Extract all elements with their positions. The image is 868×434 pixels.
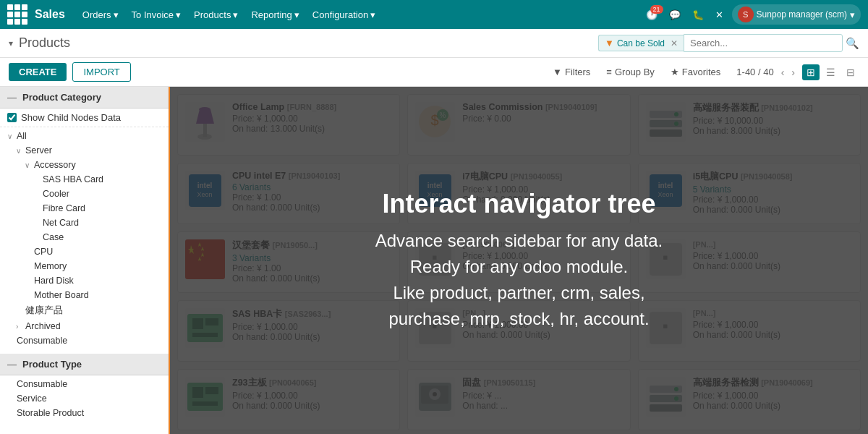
star-icon: ★	[671, 67, 679, 77]
list-view-btn[interactable]: ☰	[822, 64, 840, 80]
search-icon[interactable]: 🔍	[846, 37, 859, 50]
menu-products[interactable]: Products ▾	[188, 7, 244, 23]
groupby-icon: ≡	[606, 67, 612, 77]
main-layout: — Product Category Show Child Nodes Data…	[0, 87, 868, 434]
close-icon-btn[interactable]: ✕	[712, 8, 726, 22]
tree-item-net-card[interactable]: Net Card	[0, 216, 169, 230]
bug-icon-btn[interactable]: 🐛	[689, 8, 707, 22]
kanban-view-btn[interactable]: ⊞	[802, 64, 820, 80]
search-input[interactable]	[684, 34, 843, 52]
menu-reporting[interactable]: Reporting ▾	[245, 7, 305, 23]
product-type-tree: Consumable Service Storable Product	[0, 375, 169, 422]
user-dropdown-icon: ▾	[850, 9, 855, 20]
tree-item-hard-disk[interactable]: Hard Disk	[0, 273, 169, 288]
next-page-btn[interactable]: ›	[791, 67, 795, 78]
show-child-nodes-label: Show Child Nodes Data	[21, 112, 121, 123]
tree-item-memory[interactable]: Memory	[0, 259, 169, 273]
user-name: Sunpop manager (scm)	[757, 9, 847, 20]
sidebar-type-header: — Product Type	[0, 354, 169, 375]
overlay: Interact navigator tree Advance search s…	[170, 87, 868, 434]
overlay-text: Advance search sidebar for any data. Rea…	[375, 228, 663, 332]
user-menu[interactable]: S Sunpop manager (scm) ▾	[732, 4, 861, 25]
app-logo[interactable]	[7, 4, 27, 25]
tree-item-sas-hba-card[interactable]: SAS HBA Card	[0, 172, 169, 187]
page-title: Products	[19, 35, 70, 51]
menu-orders[interactable]: Orders ▾	[77, 7, 124, 23]
pagination-info: 1-40 / 40	[736, 67, 773, 77]
view-toggle: ⊞ ☰ ⊟	[802, 64, 859, 80]
top-navigation: Sales Orders ▾ To Invoice ▾ Products ▾ R…	[0, 0, 868, 29]
topnav-right-area: 🕐21 💬 🐛 ✕ S Sunpop manager (scm) ▾	[643, 4, 861, 25]
search-area: ▼ Can be Sold ✕ 🔍	[598, 34, 859, 52]
tree-type-storable[interactable]: Storable Product	[0, 406, 169, 420]
chat-icon-btn[interactable]: 💬	[666, 8, 684, 22]
menu-configuration[interactable]: Configuration ▾	[307, 7, 381, 23]
category-tree: ∨ All ∨ Server ∨ Accessory SAS HBA Card	[0, 127, 169, 349]
prev-page-btn[interactable]: ‹	[781, 67, 785, 78]
tree-item-server[interactable]: ∨ Server	[0, 143, 169, 158]
create-button[interactable]: CREATE	[9, 63, 67, 81]
app-name: Sales	[35, 8, 65, 21]
tree-item-fibre-card[interactable]: Fibre Card	[0, 201, 169, 216]
funnel-icon: ▼	[605, 38, 614, 48]
grid-view-btn[interactable]: ⊟	[842, 64, 859, 80]
import-button[interactable]: IMPORT	[72, 62, 130, 82]
tree-item-cooler[interactable]: Cooler	[0, 187, 169, 201]
menu-to-invoice[interactable]: To Invoice ▾	[126, 7, 187, 23]
sidebar-category-header: — Product Category	[0, 87, 169, 109]
filter-tag-can-be-sold[interactable]: ▼ Can be Sold ✕	[598, 35, 684, 51]
breadcrumb-toggle[interactable]: ▾	[9, 38, 13, 48]
top-menu: Orders ▾ To Invoice ▾ Products ▾ Reporti…	[77, 7, 381, 23]
tree-type-consumable[interactable]: Consumable	[0, 377, 169, 391]
overlay-title: Interact navigator tree	[382, 189, 655, 219]
filters-btn[interactable]: ▼ Filters	[548, 64, 595, 80]
action-bar: CREATE IMPORT ▼ Filters ≡ Group By ★ Fav…	[0, 58, 868, 87]
clock-icon-btn[interactable]: 🕐21	[643, 8, 660, 22]
tree-item-mother-board[interactable]: Mother Board	[0, 288, 169, 302]
filter-tag-close[interactable]: ✕	[671, 38, 678, 48]
user-avatar: S	[738, 7, 754, 22]
filter-tag-label: Can be Sold	[617, 38, 665, 48]
tree-item-archived[interactable]: › Archived	[0, 319, 169, 333]
breadcrumb-bar: ▾ Products ▼ Can be Sold ✕ 🔍	[0, 29, 868, 58]
tree-item-cpu[interactable]: CPU	[0, 244, 169, 259]
show-child-nodes-checkbox[interactable]	[7, 113, 17, 122]
show-child-nodes-row[interactable]: Show Child Nodes Data	[0, 109, 169, 127]
filter-icon: ▼	[553, 67, 562, 77]
tree-item-case[interactable]: Case	[0, 230, 169, 244]
tree-item-accessory[interactable]: ∨ Accessory	[0, 158, 169, 172]
tree-item-consumable[interactable]: Consumable	[0, 333, 169, 348]
group-by-btn[interactable]: ≡ Group By	[602, 64, 659, 80]
tree-item-health[interactable]: 健康产品	[0, 302, 169, 319]
action-right: ▼ Filters ≡ Group By ★ Favorites 1-40 / …	[548, 64, 859, 80]
tree-item-all[interactable]: ∨ All	[0, 129, 169, 143]
tree-type-service[interactable]: Service	[0, 391, 169, 406]
sidebar: — Product Category Show Child Nodes Data…	[0, 87, 170, 434]
favorites-btn[interactable]: ★ Favorites	[666, 64, 725, 80]
